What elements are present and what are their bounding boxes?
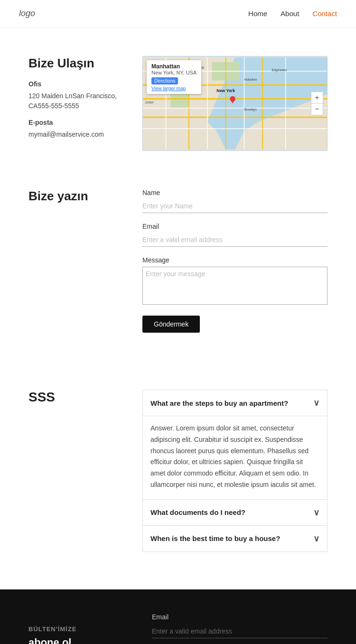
map-container: Newark New York Bloomfield Union Hoboken…	[142, 56, 328, 151]
nav-links: Home About Contact	[248, 9, 337, 18]
svg-text:Hoboken: Hoboken	[244, 78, 257, 81]
form-heading: Bize yazın	[28, 189, 123, 204]
message-label: Message	[142, 256, 328, 264]
nav-contact[interactable]: Contact	[312, 9, 337, 18]
email-label: Email	[142, 223, 328, 230]
svg-text:Union: Union	[145, 101, 154, 104]
nav-about[interactable]: About	[281, 9, 299, 18]
faq-question-3-text: When is the best time to buy a house?	[150, 534, 280, 542]
svg-text:New York: New York	[216, 88, 235, 93]
message-field-group: Message	[142, 256, 328, 306]
name-field-group: Name	[142, 189, 328, 213]
view-larger-link[interactable]: View larger map	[151, 86, 197, 91]
newsletter-form: Email Göndermek	[152, 613, 328, 644]
newsletter-email-input[interactable]	[152, 625, 328, 638]
faq-title-area: SSS	[28, 390, 123, 405]
navbar: logo Home About Contact	[0, 0, 356, 28]
faq-item-1: What are the steps to buy an apartment? …	[142, 390, 328, 500]
nav-home[interactable]: Home	[248, 9, 267, 18]
map-zoom-controls: + −	[311, 92, 323, 115]
svg-text:Edgewater: Edgewater	[272, 68, 288, 72]
form-title-area: Bize yazın	[28, 189, 123, 204]
faq-chevron-1: ∨	[313, 398, 319, 408]
contact-form[interactable]: Name Email Message Göndermek	[142, 189, 328, 333]
map-place-sub: New York, NY, USA	[151, 70, 197, 75]
faq-question-3[interactable]: When is the best time to buy a house? ∨	[143, 526, 327, 551]
office-label: Ofis	[28, 79, 123, 89]
svg-text:Brooklyn: Brooklyn	[244, 108, 257, 112]
faq-heading: SSS	[28, 390, 123, 405]
newsletter-heading: abone ol	[28, 636, 123, 644]
form-submit-button[interactable]: Göndermek	[142, 316, 200, 333]
email-field-group: Email	[142, 223, 328, 247]
faq-answer-1: Answer. Lorem ipsum dolor sit amet, cons…	[143, 416, 327, 499]
faq-chevron-3: ∨	[313, 533, 319, 544]
svg-rect-3	[170, 94, 189, 108]
faq-question-2-text: What documents do I need?	[150, 508, 245, 516]
message-textarea[interactable]	[142, 267, 328, 305]
name-input[interactable]	[142, 199, 328, 213]
faq-question-1-text: What are the steps to buy an apartment?	[150, 399, 288, 407]
email-input[interactable]	[142, 233, 328, 247]
zoom-in-button[interactable]: +	[311, 92, 323, 103]
faq-item-2: What documents do I need? ∨	[142, 499, 328, 526]
newsletter-text: BÜLTEN'İMİZE abone ol	[28, 625, 123, 644]
newsletter-section: BÜLTEN'İMİZE abone ol Email Göndermek	[0, 589, 356, 644]
name-label: Name	[142, 189, 328, 196]
faq-question-2[interactable]: What documents do I need? ∨	[143, 500, 327, 525]
newsletter-email-label: Email	[152, 613, 328, 621]
map-overlay: Manhattan New York, NY, USA Directions V…	[147, 60, 201, 94]
map-place-name: Manhattan	[151, 63, 197, 70]
contact-info: Bize Ulaşın Ofis 120 Maiden LnSan Franci…	[28, 56, 123, 140]
contact-email: mymail@mailservice.com	[28, 130, 123, 140]
faq-item-3: When is the best time to buy a house? ∨	[142, 525, 328, 552]
office-address: 120 Maiden LnSan Francisco, CA555-555-55…	[28, 91, 123, 111]
email-label-contact: E-posta	[28, 118, 123, 128]
directions-button[interactable]: Directions	[151, 77, 178, 84]
contact-section: Bize Ulaşın Ofis 120 Maiden LnSan Franci…	[0, 28, 356, 170]
faq-list: What are the steps to buy an apartment? …	[142, 390, 328, 551]
zoom-out-button[interactable]: −	[311, 103, 323, 115]
faq-section: SSS What are the steps to buy an apartme…	[0, 361, 356, 589]
contact-heading: Bize Ulaşın	[28, 56, 123, 71]
logo: logo	[19, 9, 35, 19]
newsletter-subtitle: BÜLTEN'İMİZE	[28, 625, 123, 633]
faq-question-1[interactable]: What are the steps to buy an apartment? …	[143, 390, 327, 416]
faq-chevron-2: ∨	[313, 507, 319, 518]
form-section: Bize yazın Name Email Message Göndermek	[0, 170, 356, 361]
